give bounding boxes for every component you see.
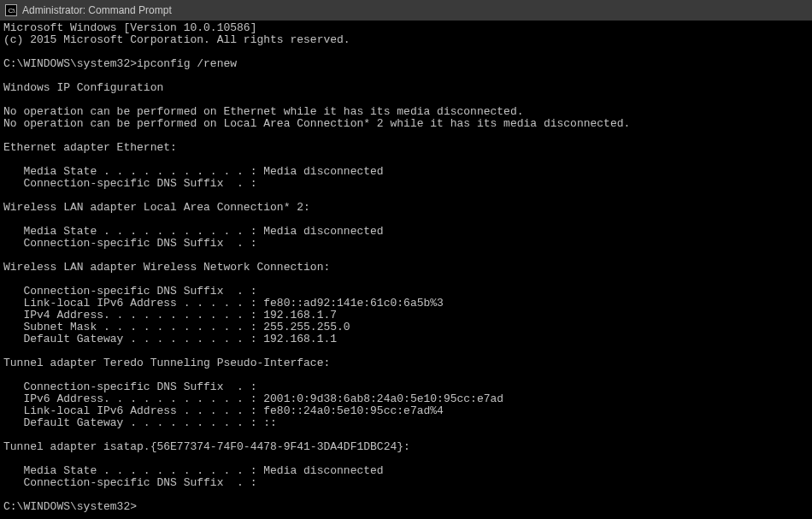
terminal-line: No operation can be performed on Etherne…: [3, 106, 809, 118]
terminal-line: Tunnel adapter isatap.{56E77374-74F0-447…: [3, 441, 809, 453]
terminal-line: Default Gateway . . . . . . . . . : ::: [3, 417, 809, 429]
cmd-icon: C:\: [5, 4, 17, 16]
terminal-line: [3, 214, 809, 226]
terminal-line: Default Gateway . . . . . . . . . : 192.…: [3, 333, 809, 345]
terminal-line: IPv6 Address. . . . . . . . . . . : 2001…: [3, 393, 809, 405]
terminal-line: Media State . . . . . . . . . . . : Medi…: [3, 465, 809, 477]
terminal-line: [3, 345, 809, 357]
terminal-line: Wireless LAN adapter Local Area Connecti…: [3, 202, 809, 214]
terminal-line: IPv4 Address. . . . . . . . . . . : 192.…: [3, 310, 809, 321]
terminal-line: [3, 453, 809, 465]
terminal-output[interactable]: Microsoft Windows [Version 10.0.10586](c…: [0, 21, 812, 519]
terminal-line: C:\WINDOWS\system32>ipconfig /renew: [3, 58, 809, 70]
terminal-line: [3, 190, 809, 202]
terminal-line: Connection-specific DNS Suffix . :: [3, 477, 809, 489]
terminal-line: [3, 130, 809, 142]
terminal-line: Link-local IPv6 Address . . . . . : fe80…: [3, 298, 809, 310]
terminal-line: Connection-specific DNS Suffix . :: [3, 381, 809, 393]
terminal-line: No operation can be performed on Local A…: [3, 118, 809, 130]
terminal-line: Link-local IPv6 Address . . . . . : fe80…: [3, 405, 809, 417]
terminal-line: [3, 70, 809, 82]
terminal-line: [3, 274, 809, 286]
terminal-line: Connection-specific DNS Suffix . :: [3, 238, 809, 250]
terminal-line: Connection-specific DNS Suffix . :: [3, 178, 809, 190]
titlebar[interactable]: C:\ Administrator: Command Prompt: [0, 0, 812, 21]
terminal-line: Microsoft Windows [Version 10.0.10586]: [3, 22, 809, 34]
window-title: Administrator: Command Prompt: [22, 4, 172, 16]
terminal-line: Media State . . . . . . . . . . . : Medi…: [3, 166, 809, 178]
terminal-line: [3, 46, 809, 58]
terminal-line: Subnet Mask . . . . . . . . . . . : 255.…: [3, 321, 809, 333]
terminal-line: Tunnel adapter Teredo Tunneling Pseudo-I…: [3, 357, 809, 369]
terminal-line: [3, 250, 809, 262]
terminal-line: Ethernet adapter Ethernet:: [3, 142, 809, 154]
terminal-line: Media State . . . . . . . . . . . : Medi…: [3, 226, 809, 238]
terminal-line: (c) 2015 Microsoft Corporation. All righ…: [3, 34, 809, 46]
terminal-line: Windows IP Configuration: [3, 82, 809, 94]
terminal-line: C:\WINDOWS\system32>: [3, 501, 809, 513]
terminal-line: [3, 94, 809, 106]
terminal-line: [3, 489, 809, 501]
terminal-line: Connection-specific DNS Suffix . :: [3, 286, 809, 298]
terminal-line: [3, 429, 809, 441]
terminal-line: Wireless LAN adapter Wireless Network Co…: [3, 262, 809, 274]
terminal-line: [3, 154, 809, 166]
terminal-line: [3, 369, 809, 381]
command-prompt-window: C:\ Administrator: Command Prompt Micros…: [0, 0, 812, 519]
